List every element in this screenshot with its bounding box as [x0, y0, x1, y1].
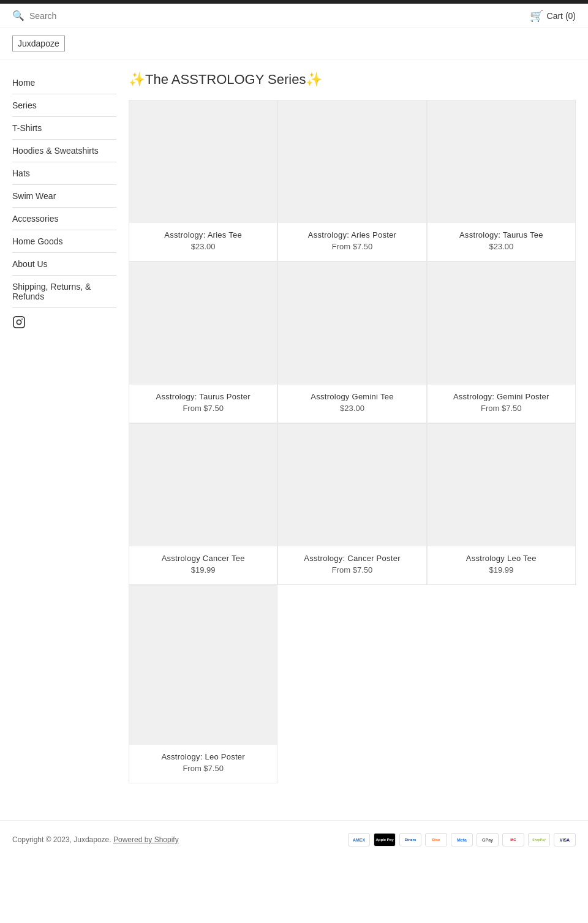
- product-price-9: From $7.50: [134, 764, 272, 773]
- product-card-4[interactable]: Asstrology Gemini Tee $23.00: [277, 262, 426, 423]
- sidebar-link-hoodies[interactable]: Hoodies & Sweatshirts: [12, 140, 116, 162]
- sidebar-item-swimwear[interactable]: Swim Wear: [12, 185, 116, 208]
- payment-shopify: ShopPay: [528, 833, 550, 846]
- payment-amex: AMEX: [348, 833, 370, 846]
- instagram-icon[interactable]: [12, 308, 116, 339]
- product-card-0[interactable]: Asstrology: Aries Tee $23.00: [129, 100, 277, 262]
- sidebar-item-homegoods[interactable]: Home Goods: [12, 230, 116, 253]
- copyright-text: Copyright © 2023, Juxdapoze.: [12, 835, 111, 844]
- product-info-1: Asstrology: Aries Poster From $7.50: [278, 223, 426, 261]
- product-info-2: Asstrology: Taurus Tee $23.00: [428, 223, 575, 261]
- payment-gpay: GPay: [477, 833, 499, 846]
- sidebar-item-shipping[interactable]: Shipping, Returns, & Refunds: [12, 276, 116, 308]
- product-card-3[interactable]: Asstrology: Taurus Poster From $7.50: [129, 262, 277, 423]
- payment-apple-pay: Apple Pay: [374, 833, 396, 846]
- series-title: ✨The ASSTROLOGY Series✨: [129, 72, 576, 88]
- product-name-4: Asstrology Gemini Tee: [283, 392, 421, 401]
- product-price-5: From $7.50: [432, 404, 570, 413]
- product-info-4: Asstrology Gemini Tee $23.00: [278, 385, 426, 423]
- sidebar-item-tshirts[interactable]: T-Shirts: [12, 117, 116, 140]
- svg-point-1: [17, 320, 21, 324]
- product-image-4: [278, 262, 426, 385]
- search-area[interactable]: 🔍: [12, 10, 152, 21]
- product-image-1: [278, 100, 426, 223]
- product-info-7: Asstrology: Cancer Poster From $7.50: [278, 546, 426, 584]
- sidebar-link-tshirts[interactable]: T-Shirts: [12, 117, 116, 139]
- sidebar-link-home[interactable]: Home: [12, 72, 116, 94]
- payment-diners: Diners: [399, 833, 421, 846]
- product-info-8: Asstrology Leo Tee $19.99: [428, 546, 575, 584]
- sidebar-link-swimwear[interactable]: Swim Wear: [12, 185, 116, 207]
- product-price-8: $19.99: [432, 565, 570, 575]
- sidebar-item-home[interactable]: Home: [12, 72, 116, 94]
- cart-area[interactable]: 🛒 Cart (0): [530, 9, 576, 23]
- sidebar-link-shipping[interactable]: Shipping, Returns, & Refunds: [12, 276, 116, 307]
- sidebar-item-hats[interactable]: Hats: [12, 162, 116, 185]
- sidebar: Home Series T-Shirts Hoodies & Sweatshir…: [12, 72, 116, 783]
- sidebar-item-accessories[interactable]: Accessories: [12, 208, 116, 230]
- payment-meta: Meta: [451, 833, 473, 846]
- sidebar-link-accessories[interactable]: Accessories: [12, 208, 116, 230]
- sidebar-link-hats[interactable]: Hats: [12, 162, 116, 184]
- payment-mastercard: MC: [502, 833, 524, 846]
- sidebar-link-about[interactable]: About Us: [12, 253, 116, 275]
- sidebar-item-series[interactable]: Series: [12, 94, 116, 117]
- product-price-6: $19.99: [134, 565, 272, 575]
- sidebar-nav: Home Series T-Shirts Hoodies & Sweatshir…: [12, 72, 116, 308]
- product-image-8: [428, 424, 575, 546]
- product-name-5: Asstrology: Gemini Poster: [432, 392, 570, 401]
- footer-copyright: Copyright © 2023, Juxdapoze. Powered by …: [12, 835, 179, 844]
- product-price-2: $23.00: [432, 242, 570, 251]
- product-image-9: [129, 586, 277, 745]
- product-grid: Asstrology: Aries Tee $23.00 Asstrology:…: [129, 100, 576, 783]
- product-name-7: Asstrology: Cancer Poster: [283, 554, 421, 563]
- payment-icons: AMEX Apple Pay Diners Disc Meta GPay MC …: [348, 833, 576, 846]
- product-info-5: Asstrology: Gemini Poster From $7.50: [428, 385, 575, 423]
- product-image-6: [129, 424, 277, 546]
- product-name-1: Asstrology: Aries Poster: [283, 230, 421, 239]
- product-name-6: Asstrology Cancer Tee: [134, 554, 272, 563]
- powered-by-link[interactable]: Powered by Shopify: [113, 835, 179, 844]
- product-card-2[interactable]: Asstrology: Taurus Tee $23.00: [427, 100, 576, 262]
- main-layout: Home Series T-Shirts Hoodies & Sweatshir…: [0, 59, 588, 796]
- svg-rect-0: [13, 317, 24, 328]
- sidebar-link-homegoods[interactable]: Home Goods: [12, 230, 116, 252]
- logo-area: Juxdapoze: [0, 28, 588, 59]
- product-card-7[interactable]: Asstrology: Cancer Poster From $7.50: [277, 423, 426, 585]
- product-info-9: Asstrology: Leo Poster From $7.50: [129, 745, 277, 783]
- product-price-4: $23.00: [283, 404, 421, 413]
- svg-point-2: [21, 318, 23, 320]
- product-image-0: [129, 100, 277, 223]
- product-price-3: From $7.50: [134, 404, 272, 413]
- product-name-2: Asstrology: Taurus Tee: [432, 230, 570, 239]
- sidebar-link-series[interactable]: Series: [12, 94, 116, 116]
- product-price-0: $23.00: [134, 242, 272, 251]
- search-icon: 🔍: [12, 10, 24, 21]
- product-card-6[interactable]: Asstrology Cancer Tee $19.99: [129, 423, 277, 585]
- product-price-1: From $7.50: [283, 242, 421, 251]
- product-card-1[interactable]: Asstrology: Aries Poster From $7.50: [277, 100, 426, 262]
- logo[interactable]: Juxdapoze: [12, 36, 65, 51]
- product-name-0: Asstrology: Aries Tee: [134, 230, 272, 239]
- product-image-5: [428, 262, 575, 385]
- cart-label: Cart (0): [547, 11, 576, 21]
- search-input[interactable]: [29, 11, 152, 21]
- sidebar-item-about[interactable]: About Us: [12, 253, 116, 276]
- header: 🔍 🛒 Cart (0): [0, 4, 588, 28]
- product-info-0: Asstrology: Aries Tee $23.00: [129, 223, 277, 261]
- payment-visa: VISA: [554, 833, 576, 846]
- cart-icon: 🛒: [530, 9, 543, 23]
- sidebar-item-hoodies[interactable]: Hoodies & Sweatshirts: [12, 140, 116, 162]
- product-card-9[interactable]: Asstrology: Leo Poster From $7.50: [129, 585, 277, 783]
- product-image-7: [278, 424, 426, 546]
- content: ✨The ASSTROLOGY Series✨ Asstrology: Arie…: [129, 72, 576, 783]
- product-name-9: Asstrology: Leo Poster: [134, 752, 272, 761]
- footer: Copyright © 2023, Juxdapoze. Powered by …: [0, 820, 588, 859]
- payment-discover: Disc: [425, 833, 447, 846]
- product-info-6: Asstrology Cancer Tee $19.99: [129, 546, 277, 584]
- product-card-5[interactable]: Asstrology: Gemini Poster From $7.50: [427, 262, 576, 423]
- product-image-3: [129, 262, 277, 385]
- product-card-8[interactable]: Asstrology Leo Tee $19.99: [427, 423, 576, 585]
- product-info-3: Asstrology: Taurus Poster From $7.50: [129, 385, 277, 423]
- product-name-8: Asstrology Leo Tee: [432, 554, 570, 563]
